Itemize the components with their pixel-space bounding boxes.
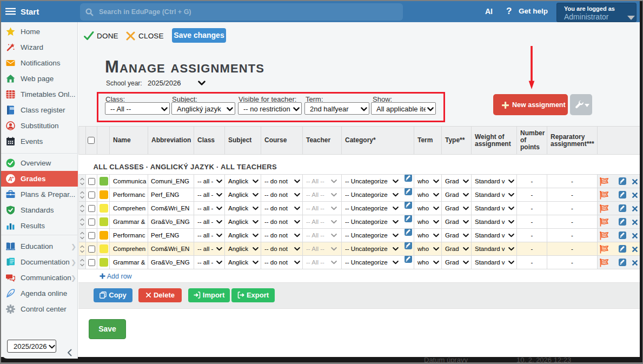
svg-text:+: + <box>12 175 15 180</box>
